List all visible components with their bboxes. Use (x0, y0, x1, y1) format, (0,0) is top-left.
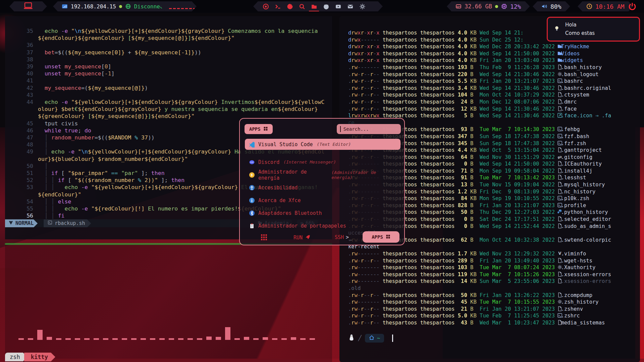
code-line: 40 unset my_sequence[-1] (5, 70, 332, 77)
kitty-tab-bar: zsh kitty (5, 353, 55, 361)
terminal-icon[interactable] (272, 1, 283, 11)
apps-mode-button[interactable]: APPS (363, 231, 399, 243)
network-icon (62, 3, 68, 9)
file-row: .rw-r--r-- thespartoos thespartoos 289 B… (348, 257, 614, 264)
desktop: 35 echo -e "\n${yellowColour}[+]${endCol… (0, 0, 644, 362)
launcher-item-label: Administrador de energía (258, 169, 327, 181)
stats-dot (495, 5, 498, 8)
file-row: .rw-r--r-- thespartoos thespartoos 21 B … (348, 306, 614, 313)
power-icon (628, 2, 636, 10)
workspace-segment[interactable] (160, 1, 197, 11)
vim-filename-segment: rbackup.sh (44, 219, 91, 227)
launcher-mode-button[interactable]: APPS (245, 124, 273, 134)
file-row: .rw-r--r-- thespartoos thespartoos 50 KB… (348, 292, 614, 299)
launcher-item-label: Administrador de portapapeles (258, 223, 346, 229)
file-row: .rw------- thespartoos thespartoos 14 KB… (348, 278, 614, 285)
cpu-icon (501, 3, 507, 9)
code-line: 37 bet=$((${my_sequence[0]} + ${my_seque… (5, 49, 332, 56)
time: 10:16 AM (595, 3, 625, 10)
search-input[interactable] (343, 126, 397, 132)
file-row: .rw-r--r-- thespartoos thespartoos 104 B… (348, 92, 614, 99)
file-row: .rw-r--r-- thespartoos thespartoos 220 B… (348, 71, 614, 78)
mail-icon[interactable] (344, 1, 356, 11)
volume-segment[interactable]: 80% (533, 1, 570, 11)
code-line: 42 my_sequence=(${my_sequence[@]}) (5, 84, 332, 92)
launcher-item-label: Acerca de Xfce (258, 197, 301, 203)
file-row: .rw-r--r-- thespartoos thespartoos 12 KB… (348, 106, 614, 113)
youtube-icon[interactable] (332, 1, 344, 11)
launcher-item-label: Adaptadores Bluetooth (258, 210, 322, 216)
tab-kitty[interactable]: kitty (24, 353, 55, 361)
xfce-icon (249, 197, 255, 203)
linux-penguin-icon (348, 334, 355, 342)
launcher-item-label: Visual Studio Code (258, 141, 313, 147)
laptop-icon (23, 2, 33, 11)
cpu-usage: 12% (510, 3, 521, 10)
search-cursor (340, 126, 341, 132)
launcher-item-administrador-de-portapapeles[interactable]: Administrador de portapapeles (245, 220, 400, 231)
shell-prompt-icon: >_ (346, 234, 352, 240)
status-dot (119, 5, 122, 8)
launcher-mode-label: APPS (249, 126, 261, 132)
run-mode-button[interactable]: RUN (293, 234, 311, 241)
run-mode-label: RUN (293, 235, 303, 241)
file-row: .rw------- thespartoos thespartoos 45 KB… (348, 299, 614, 306)
file-row: .rw-r--r-- thespartoos thespartoos 24 B … (348, 99, 614, 106)
drun-mode-icon[interactable] (261, 234, 267, 241)
launcher-item-discord[interactable]: Discord(Internet Messenger) (245, 157, 400, 168)
code-line: 44 echo -e "${yellowColour}[+]${endColou… (5, 99, 332, 120)
file-row: .rw-r--r-- thespartoos thespartoos 5.5 K… (348, 78, 614, 85)
launcher-item-acerca-de-xfce[interactable]: Acerca de Xfce (245, 195, 400, 206)
file-row-wrap: .old (348, 285, 614, 292)
launcher-item-adaptadores-bluetooth[interactable]: Adaptadores Bluetooth (245, 207, 400, 219)
audio-visualizer-bars (18, 327, 315, 340)
file-row: .rw-r--r-- thespartoos thespartoos 43 B … (348, 319, 614, 326)
app-launcher: APPS Visual Studio Code(Text Editor)Disc… (239, 118, 405, 245)
shell-prompt[interactable]: ╱ ~ (348, 334, 640, 343)
clock-segment[interactable]: 10:16 AM (578, 1, 633, 11)
launcher-item-subtitle: (Administrador de energía) (331, 170, 396, 180)
launcher-item-subtitle: (Text Editor) (317, 142, 351, 147)
prompt-path: ~ (377, 335, 380, 341)
launcher-item-label: Discord (258, 159, 279, 165)
vscode-icon (249, 141, 255, 147)
system-stats-segment[interactable]: 32.66 GB 12% (447, 1, 530, 11)
launcher-segment[interactable] (9, 1, 47, 11)
vim-icon (8, 220, 13, 227)
file-row: drwxr-xr-x thespartoos thespartoos 4.0 K… (348, 57, 614, 64)
launcher-item-visual-studio-code[interactable]: Visual Studio Code(Text Editor) (245, 139, 400, 150)
chrome-icon[interactable] (260, 1, 271, 11)
volume-level: 80% (550, 3, 561, 10)
notification-popup[interactable]: Hola Como estas (547, 17, 640, 42)
svg-text:V: V (558, 251, 561, 256)
launcher-search-box[interactable] (337, 124, 401, 134)
firefox-icon[interactable] (284, 1, 296, 11)
settings-icon[interactable] (357, 1, 368, 11)
github-icon[interactable] (320, 1, 332, 11)
notification-body: Como estas (565, 29, 595, 38)
code-line: 43 (5, 92, 332, 99)
launcher-item-accesibilidad[interactable]: Accesibilidad (245, 182, 400, 193)
disk-icon (455, 3, 462, 9)
apps-mode-label: APPS (372, 234, 383, 240)
speaker-icon (541, 3, 547, 9)
search-icon[interactable] (296, 1, 308, 11)
tab-zsh[interactable]: zsh (5, 353, 28, 361)
files-icon[interactable] (308, 1, 320, 11)
svg-text:git: git (558, 156, 562, 159)
app-shortcuts-segment (253, 1, 383, 11)
vim-mode-label: NORMAL (15, 220, 34, 226)
code-line: 36 (5, 42, 332, 49)
ip-address: 192.168.204.15 (71, 3, 116, 10)
power-button[interactable] (625, 1, 639, 11)
script-file-icon (48, 220, 52, 226)
rocket-icon (305, 234, 311, 241)
bluetooth-icon (249, 210, 255, 216)
ssh-mode-button[interactable]: SSH >_ (335, 234, 352, 240)
launcher-item-administrador-de-energ-a[interactable]: Administrador de energía(Administrador d… (245, 169, 400, 180)
file-row: .rw-r--r-- thespartoos thespartoos 5.0 K… (348, 312, 614, 319)
audio-visualizer-pane (5, 244, 332, 362)
file-row: .rw------- thespartoos thespartoos 119 K… (348, 271, 614, 278)
clipboard-icon (249, 223, 255, 229)
disk-usage: 32.66 GB (465, 3, 492, 10)
